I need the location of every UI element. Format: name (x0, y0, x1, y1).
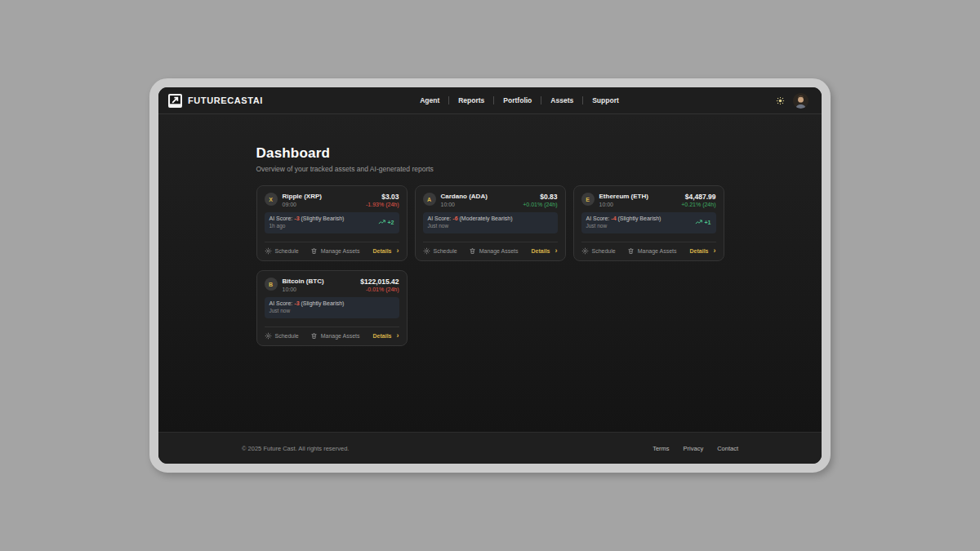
trend-value: +2 (388, 220, 394, 225)
schedule-label: Schedule (275, 248, 299, 254)
schedule-button[interactable]: Schedule (265, 332, 299, 340)
details-button[interactable]: Details › (690, 247, 716, 255)
ai-updated: 1h ago (270, 223, 345, 229)
details-label: Details (532, 248, 550, 254)
schedule-label: Schedule (275, 333, 299, 339)
asset-time: 10:00 (283, 287, 361, 292)
nav-item-support[interactable]: Support (583, 96, 628, 104)
ai-score-label: AI Score: (270, 216, 293, 221)
manage-assets-label: Manage Assets (479, 248, 519, 254)
footer-link-terms[interactable]: Terms (653, 445, 669, 452)
coin-avatar: B (265, 278, 278, 291)
chevron-right-icon: › (397, 247, 399, 255)
header-actions (776, 93, 808, 109)
coin-avatar: A (423, 193, 436, 206)
coin-initial: A (427, 197, 431, 202)
details-button[interactable]: Details › (373, 332, 399, 340)
asset-change: +0.21% (24h) (681, 202, 715, 207)
ai-score-panel: AI Score:-6(Moderately Bearish) Just now (423, 212, 558, 233)
ai-score-panel: AI Score:-4(Slightly Bearish) Just now +… (581, 212, 716, 233)
gear-icon (265, 247, 272, 255)
nav-item-agent[interactable]: Agent (411, 96, 448, 104)
asset-cards-grid: X Ripple (XRP) 09:00 $3.03 -1.93% (24h) (256, 185, 724, 346)
ai-score-label: AI Score: (428, 216, 452, 221)
details-button[interactable]: Details › (373, 247, 399, 255)
coin-initial: X (269, 197, 273, 202)
trend-badge: +1 (695, 218, 711, 226)
trash-icon (310, 247, 318, 255)
ai-updated: Just now (586, 223, 662, 229)
app-window: FUTURECASTAI Agent Reports Portfolio Ass… (149, 78, 831, 473)
trend-badge: +2 (378, 218, 394, 226)
trend-value: +1 (705, 220, 711, 225)
coin-avatar: X (265, 193, 278, 206)
asset-name: Cardano (ADA) (441, 193, 523, 201)
schedule-label: Schedule (434, 248, 457, 254)
footer-link-contact[interactable]: Contact (717, 445, 738, 452)
theme-toggle-button[interactable] (776, 96, 785, 105)
ai-score-label: AI Score: (270, 300, 293, 306)
ai-score-value: -3 (294, 300, 299, 306)
details-button[interactable]: Details › (532, 247, 558, 255)
asset-price: $122,015.42 (360, 278, 399, 286)
schedule-label: Schedule (592, 248, 616, 254)
nav-item-assets[interactable]: Assets (541, 96, 582, 104)
trash-icon (627, 247, 635, 255)
asset-card-btc: B Bitcoin (BTC) 10:00 $122,015.42 -0.01%… (256, 270, 408, 346)
avatar-photo (793, 93, 808, 109)
asset-card-ada: A Cardano (ADA) 10:00 $0.83 +0.01% (24h) (415, 185, 566, 261)
manage-assets-button[interactable]: Manage Assets (627, 247, 677, 255)
asset-time: 10:00 (599, 202, 682, 207)
nav-item-reports[interactable]: Reports (449, 96, 493, 104)
asset-price: $4,487.99 (681, 193, 715, 201)
trending-up-icon (695, 218, 703, 226)
user-avatar[interactable] (793, 93, 808, 109)
manage-assets-button[interactable]: Manage Assets (310, 247, 360, 255)
page-subtitle: Overview of your tracked assets and AI-g… (256, 165, 724, 173)
nav-item-portfolio[interactable]: Portfolio (494, 96, 541, 104)
asset-name: Ethereum (ETH) (599, 193, 682, 201)
details-label: Details (690, 248, 709, 254)
ai-score-value: -3 (294, 216, 299, 221)
ai-score-value: -4 (611, 216, 616, 221)
footer-link-privacy[interactable]: Privacy (684, 445, 704, 452)
asset-name: Ripple (XRP) (283, 193, 367, 201)
asset-time: 09:00 (283, 202, 367, 207)
chevron-right-icon: › (397, 332, 399, 340)
gear-icon (581, 247, 589, 255)
manage-assets-button[interactable]: Manage Assets (469, 247, 519, 255)
main-content: Dashboard Overview of your tracked asset… (158, 114, 822, 432)
chevron-right-icon: › (714, 247, 716, 255)
ai-updated: Just now (428, 223, 513, 229)
manage-assets-label: Manage Assets (321, 333, 360, 339)
coin-avatar: E (581, 193, 595, 206)
manage-assets-button[interactable]: Manage Assets (310, 332, 360, 340)
asset-change: -1.93% (24h) (366, 202, 399, 207)
ai-sentiment: (Slightly Bearish) (301, 300, 345, 306)
manage-assets-label: Manage Assets (321, 248, 360, 254)
brand: FUTURECASTAI (168, 94, 263, 108)
card-actions: Schedule Manage Assets Details › (581, 242, 716, 255)
brand-name: FUTURECASTAI (188, 96, 263, 105)
coin-initial: B (269, 282, 273, 287)
asset-change: -0.01% (24h) (360, 287, 399, 292)
asset-card-xrp: X Ripple (XRP) 09:00 $3.03 -1.93% (24h) (256, 185, 408, 261)
ai-score-panel: AI Score:-3(Slightly Bearish) Just now (265, 297, 399, 318)
coin-initial: E (586, 197, 590, 202)
ai-score-value: -6 (452, 216, 457, 221)
details-label: Details (373, 333, 392, 339)
asset-card-eth: E Ethereum (ETH) 10:00 $4,487.99 +0.21% … (573, 185, 724, 261)
ai-score-label: AI Score: (586, 216, 610, 221)
footer-links: Terms Privacy Contact (653, 445, 738, 452)
schedule-button[interactable]: Schedule (423, 247, 457, 255)
card-actions: Schedule Manage Assets Details › (423, 242, 558, 255)
app-footer: © 2025 Future Cast. All rights reserved.… (158, 432, 822, 464)
ai-score-panel: AI Score:-3(Slightly Bearish) 1h ago +2 (265, 212, 399, 233)
schedule-button[interactable]: Schedule (265, 247, 299, 255)
trending-up-icon (378, 218, 386, 226)
schedule-button[interactable]: Schedule (581, 247, 616, 255)
asset-price: $3.03 (366, 193, 399, 201)
main-nav: Agent Reports Portfolio Assets Support (263, 96, 776, 104)
arrow-up-right-icon (168, 94, 182, 108)
page-title: Dashboard (256, 145, 724, 162)
